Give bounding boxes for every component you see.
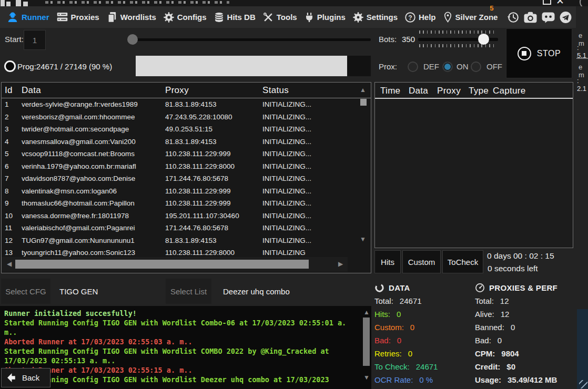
table-row[interactable]: 2 veresborisz@gmail.com:hhoommee 47.243.… <box>2 111 355 124</box>
cell-proxy: 110.238.111.229:999 <box>165 199 262 207</box>
nav-tab-hits-db[interactable]: Hits DB <box>214 12 256 23</box>
stat-label: OCR Rate: <box>374 375 413 384</box>
stat-label: Credit: <box>475 362 500 371</box>
log-scroll-thumb[interactable] <box>363 318 370 366</box>
cell-data: verdes-sylvie@orange.fr:verdes1989 <box>22 100 165 108</box>
scroll-down-icon[interactable]: ▼ <box>360 236 366 242</box>
bots-value: 350 <box>402 35 415 44</box>
table-row[interactable]: 6 verinha.1979@yahoo.com.br:mariafl 110.… <box>2 160 355 173</box>
table-row[interactable]: 12 TUGn97@gmail.com:Nununununu1 81.83.1.… <box>2 234 355 247</box>
hits-panel-header: Time Data Proxy Type Capture <box>375 84 573 99</box>
edge-divider <box>576 58 588 59</box>
close-icon[interactable]: ✕ <box>556 0 564 6</box>
col-header-id: Id <box>2 85 22 96</box>
cell-data: valentinak@msn.com:logan06 <box>22 187 165 195</box>
cell-proxy: 110.238.111.229:999 <box>165 150 262 158</box>
back-button[interactable]: Back <box>1 368 50 387</box>
table-row[interactable]: 8 valentinak@msn.com:logan06 110.238.111… <box>2 185 355 198</box>
select-cfg-button[interactable]: Select CFG <box>1 279 50 304</box>
skip-slider-thumb[interactable] <box>127 34 138 45</box>
nav-tab-wordlists[interactable]: Wordlists <box>106 12 156 23</box>
table-row[interactable]: 13 tyoungrich11@yahoo.com:Sonic123 110.2… <box>2 247 355 257</box>
nav-label: Proxies <box>71 13 99 22</box>
prox-radio-off[interactable] <box>471 62 481 72</box>
skip-slider-track[interactable] <box>133 38 371 41</box>
scroll-left-icon[interactable]: ◀ <box>7 261 12 267</box>
cell-id: 13 <box>2 249 22 257</box>
progress-spinner-icon <box>4 60 16 72</box>
cell-data: twrider@hotmail.com:secondpage <box>22 125 165 133</box>
scroll-down-icon[interactable]: ▼ <box>363 374 370 381</box>
stat-value: 24671 <box>400 296 422 305</box>
table-row[interactable]: 3 twrider@hotmail.com:secondpage 49.0.25… <box>2 123 355 136</box>
discord-icon[interactable] <box>541 11 555 24</box>
scroll-up-icon[interactable]: ▲ <box>363 309 370 315</box>
logo-bar <box>1 0 5 6</box>
cell-id: 4 <box>2 138 22 146</box>
back-arrow-icon <box>7 373 18 383</box>
horizontal-scrollbar[interactable]: ◀ ▶ <box>2 257 348 272</box>
title-bar: ✕ <box>0 0 588 6</box>
table-row[interactable]: 4 vanesmsallova@gmail.com:Vani200 81.83.… <box>2 136 355 148</box>
resize-grip[interactable] <box>579 380 587 388</box>
scroll-up-icon[interactable]: ▲ <box>360 87 366 93</box>
nav-tab-help[interactable]: ? Help <box>404 12 436 23</box>
vertical-scroll-thumb[interactable] <box>360 99 367 106</box>
stat-row: Banned: 0 <box>475 321 585 334</box>
nav-tab-proxies[interactable]: Proxies <box>56 12 99 23</box>
progress-bar-fill <box>136 56 347 76</box>
start-input[interactable] <box>24 30 46 50</box>
table-row[interactable]: 1 verdes-sylvie@orange.fr:verdes1989 81.… <box>2 98 355 111</box>
nav-tab-silver-zone[interactable]: Silver Zone 5 <box>443 11 498 23</box>
nav-tab-configs[interactable]: Configs <box>163 12 207 23</box>
cell-id: 3 <box>2 125 22 133</box>
stop-button[interactable]: STOP <box>506 28 572 78</box>
data-stats-title: DATA <box>389 283 410 292</box>
prox-radio-on[interactable] <box>442 62 453 72</box>
stat-row: Bad: 0 <box>475 334 585 347</box>
window-title-clipped <box>45 1 229 4</box>
maximize-icon[interactable] <box>543 0 551 5</box>
nav-tab-plugins[interactable]: Plugins <box>304 12 346 23</box>
results-table-header: Id Data Proxy Status <box>2 83 371 98</box>
camera-icon[interactable] <box>523 11 538 24</box>
stat-row: Bad: 0 <box>374 334 473 347</box>
nav-tab-runner[interactable]: Runner <box>6 11 49 24</box>
table-row[interactable]: 11 valeriabischof@gmail.com:Paganrei 171… <box>2 222 355 234</box>
tab-custom[interactable]: Custom <box>402 250 441 273</box>
table-row[interactable]: 9 thomasluc66@hotmail.com:Papillon 110.2… <box>2 197 355 210</box>
tab-hits[interactable]: Hits <box>374 250 401 273</box>
progress-label: Prog: <box>17 62 36 71</box>
worker-icon <box>6 11 19 24</box>
telegram-icon[interactable] <box>559 11 572 24</box>
gauge-icon <box>475 283 485 293</box>
cell-status: INITIALIZING... <box>262 162 355 170</box>
table-row[interactable]: 10 vanessa.dorme@free.fr:18011978 195.20… <box>2 210 355 222</box>
bots-slider-thumb[interactable] <box>478 34 489 45</box>
scroll-right-icon[interactable]: ▶ <box>338 261 343 267</box>
help-circle-icon: ? <box>404 12 416 23</box>
nav-label: Configs <box>177 13 207 22</box>
log-lines: Runner initialized succesfully!Started R… <box>4 309 349 384</box>
history-icon[interactable] <box>507 11 520 24</box>
cell-id: 11 <box>2 224 22 232</box>
progress-bar <box>136 56 371 76</box>
stat-label: CPM: <box>475 349 495 358</box>
col-header-proxy: Proxy <box>165 85 262 96</box>
edge-fragment: : 2.1 <box>577 77 588 93</box>
data-stats-rows: Total: 24671 Hits: 0 Custom: 0 Bad: 0 Re… <box>374 294 473 386</box>
nav-tab-tools[interactable]: Tools <box>262 12 297 23</box>
gear-icon <box>352 12 364 23</box>
stat-row: Custom: 0 <box>374 321 473 334</box>
cell-id: 7 <box>2 175 22 182</box>
prox-radio-def[interactable] <box>408 62 418 72</box>
tab-tocheck[interactable]: ToCheck <box>442 250 483 273</box>
table-row[interactable]: 7 vdavidson8787@yahoo.com:Denise 171.244… <box>2 172 355 185</box>
cell-proxy: 195.201.111.107:30460 <box>165 212 262 220</box>
horizontal-scroll-thumb[interactable] <box>15 260 309 269</box>
select-list-button[interactable]: Select List <box>166 279 211 304</box>
stat-value: $0 <box>506 362 515 371</box>
clipped-circle-icon <box>580 0 588 6</box>
nav-tab-settings[interactable]: Settings <box>352 12 398 23</box>
table-row[interactable]: 5 vcsoop91118@comcast.net:Brooms 110.238… <box>2 148 355 160</box>
